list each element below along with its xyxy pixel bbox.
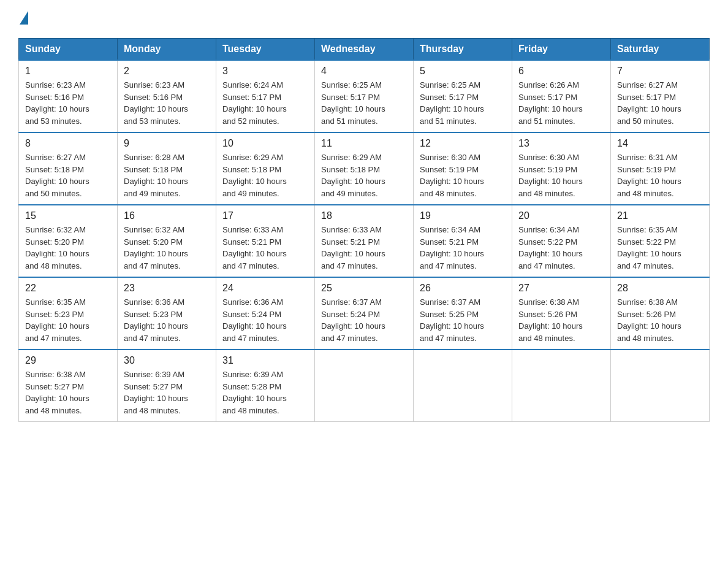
day-info: Sunrise: 6:38 AM Sunset: 5:26 PM Dayligh…	[617, 296, 703, 344]
day-info: Sunrise: 6:27 AM Sunset: 5:17 PM Dayligh…	[617, 79, 703, 127]
day-number: 8	[25, 138, 111, 149]
calendar-cell: 19 Sunrise: 6:34 AM Sunset: 5:21 PM Dayl…	[414, 205, 512, 277]
day-number: 10	[222, 138, 308, 149]
calendar-cell: 24 Sunrise: 6:36 AM Sunset: 5:24 PM Dayl…	[216, 277, 315, 350]
day-number: 28	[617, 283, 703, 294]
calendar-cell	[315, 350, 414, 422]
calendar-cell	[414, 350, 512, 422]
calendar-cell: 30 Sunrise: 6:39 AM Sunset: 5:27 PM Dayl…	[118, 350, 216, 422]
day-info: Sunrise: 6:31 AM Sunset: 5:19 PM Dayligh…	[617, 151, 703, 199]
day-number: 3	[222, 66, 308, 77]
calendar-cell: 22 Sunrise: 6:35 AM Sunset: 5:23 PM Dayl…	[19, 277, 118, 350]
day-number: 5	[420, 66, 506, 77]
logo-triangle-icon	[20, 11, 28, 25]
day-number: 17	[222, 210, 308, 221]
calendar-cell: 6 Sunrise: 6:26 AM Sunset: 5:17 PM Dayli…	[512, 60, 611, 132]
logo	[18, 12, 29, 26]
calendar-cell: 21 Sunrise: 6:35 AM Sunset: 5:22 PM Dayl…	[611, 205, 710, 277]
calendar-cell: 23 Sunrise: 6:36 AM Sunset: 5:23 PM Dayl…	[118, 277, 216, 350]
calendar-table: SundayMondayTuesdayWednesdayThursdayFrid…	[18, 38, 710, 422]
calendar-header-sunday: Sunday	[19, 39, 118, 61]
day-number: 21	[617, 210, 703, 221]
calendar-cell: 7 Sunrise: 6:27 AM Sunset: 5:17 PM Dayli…	[611, 60, 710, 132]
day-info: Sunrise: 6:25 AM Sunset: 5:17 PM Dayligh…	[420, 79, 506, 127]
day-number: 24	[222, 283, 308, 294]
day-info: Sunrise: 6:30 AM Sunset: 5:19 PM Dayligh…	[518, 151, 604, 199]
day-number: 22	[25, 283, 111, 294]
day-info: Sunrise: 6:34 AM Sunset: 5:21 PM Dayligh…	[420, 224, 506, 272]
calendar-cell: 10 Sunrise: 6:29 AM Sunset: 5:18 PM Dayl…	[216, 132, 315, 205]
calendar-cell: 28 Sunrise: 6:38 AM Sunset: 5:26 PM Dayl…	[611, 277, 710, 350]
calendar-cell: 2 Sunrise: 6:23 AM Sunset: 5:16 PM Dayli…	[118, 60, 216, 132]
calendar-cell: 8 Sunrise: 6:27 AM Sunset: 5:18 PM Dayli…	[19, 132, 118, 205]
calendar-cell: 16 Sunrise: 6:32 AM Sunset: 5:20 PM Dayl…	[118, 205, 216, 277]
day-info: Sunrise: 6:33 AM Sunset: 5:21 PM Dayligh…	[321, 224, 407, 272]
calendar-week-row: 8 Sunrise: 6:27 AM Sunset: 5:18 PM Dayli…	[19, 132, 710, 205]
day-number: 16	[124, 210, 210, 221]
calendar-week-row: 29 Sunrise: 6:38 AM Sunset: 5:27 PM Dayl…	[19, 350, 710, 422]
day-number: 25	[321, 283, 407, 294]
day-number: 20	[518, 210, 604, 221]
day-info: Sunrise: 6:32 AM Sunset: 5:20 PM Dayligh…	[25, 224, 111, 272]
day-info: Sunrise: 6:23 AM Sunset: 5:16 PM Dayligh…	[124, 79, 210, 127]
day-number: 15	[25, 210, 111, 221]
day-number: 19	[420, 210, 506, 221]
day-number: 23	[124, 283, 210, 294]
day-info: Sunrise: 6:38 AM Sunset: 5:26 PM Dayligh…	[518, 296, 604, 344]
calendar-cell: 12 Sunrise: 6:30 AM Sunset: 5:19 PM Dayl…	[414, 132, 512, 205]
calendar-cell	[512, 350, 611, 422]
day-number: 29	[25, 355, 111, 366]
day-number: 26	[420, 283, 506, 294]
day-number: 7	[617, 66, 703, 77]
day-info: Sunrise: 6:35 AM Sunset: 5:22 PM Dayligh…	[617, 224, 703, 272]
day-number: 9	[124, 138, 210, 149]
calendar-header-thursday: Thursday	[414, 39, 512, 61]
calendar-cell: 20 Sunrise: 6:34 AM Sunset: 5:22 PM Dayl…	[512, 205, 611, 277]
day-info: Sunrise: 6:30 AM Sunset: 5:19 PM Dayligh…	[420, 151, 506, 199]
day-number: 13	[518, 138, 604, 149]
day-info: Sunrise: 6:24 AM Sunset: 5:17 PM Dayligh…	[222, 79, 308, 127]
day-info: Sunrise: 6:35 AM Sunset: 5:23 PM Dayligh…	[25, 296, 111, 344]
calendar-week-row: 1 Sunrise: 6:23 AM Sunset: 5:16 PM Dayli…	[19, 60, 710, 132]
day-number: 4	[321, 66, 407, 77]
day-number: 31	[222, 355, 308, 366]
day-info: Sunrise: 6:37 AM Sunset: 5:24 PM Dayligh…	[321, 296, 407, 344]
day-info: Sunrise: 6:32 AM Sunset: 5:20 PM Dayligh…	[124, 224, 210, 272]
day-number: 27	[518, 283, 604, 294]
calendar-header-wednesday: Wednesday	[315, 39, 414, 61]
calendar-header-row: SundayMondayTuesdayWednesdayThursdayFrid…	[19, 39, 710, 61]
day-info: Sunrise: 6:29 AM Sunset: 5:18 PM Dayligh…	[321, 151, 407, 199]
calendar-cell: 1 Sunrise: 6:23 AM Sunset: 5:16 PM Dayli…	[19, 60, 118, 132]
day-info: Sunrise: 6:36 AM Sunset: 5:23 PM Dayligh…	[124, 296, 210, 344]
calendar-cell: 27 Sunrise: 6:38 AM Sunset: 5:26 PM Dayl…	[512, 277, 611, 350]
calendar-header-friday: Friday	[512, 39, 611, 61]
calendar-header-saturday: Saturday	[611, 39, 710, 61]
calendar-header-monday: Monday	[118, 39, 216, 61]
calendar-cell: 13 Sunrise: 6:30 AM Sunset: 5:19 PM Dayl…	[512, 132, 611, 205]
calendar-header-tuesday: Tuesday	[216, 39, 315, 61]
page-header	[18, 12, 710, 26]
calendar-cell: 17 Sunrise: 6:33 AM Sunset: 5:21 PM Dayl…	[216, 205, 315, 277]
calendar-cell: 11 Sunrise: 6:29 AM Sunset: 5:18 PM Dayl…	[315, 132, 414, 205]
day-info: Sunrise: 6:26 AM Sunset: 5:17 PM Dayligh…	[518, 79, 604, 127]
day-info: Sunrise: 6:37 AM Sunset: 5:25 PM Dayligh…	[420, 296, 506, 344]
calendar-cell: 31 Sunrise: 6:39 AM Sunset: 5:28 PM Dayl…	[216, 350, 315, 422]
day-info: Sunrise: 6:36 AM Sunset: 5:24 PM Dayligh…	[222, 296, 308, 344]
day-number: 18	[321, 210, 407, 221]
calendar-cell: 5 Sunrise: 6:25 AM Sunset: 5:17 PM Dayli…	[414, 60, 512, 132]
calendar-cell: 29 Sunrise: 6:38 AM Sunset: 5:27 PM Dayl…	[19, 350, 118, 422]
day-info: Sunrise: 6:39 AM Sunset: 5:27 PM Dayligh…	[124, 369, 210, 416]
day-info: Sunrise: 6:34 AM Sunset: 5:22 PM Dayligh…	[518, 224, 604, 272]
calendar-cell: 3 Sunrise: 6:24 AM Sunset: 5:17 PM Dayli…	[216, 60, 315, 132]
calendar-cell: 4 Sunrise: 6:25 AM Sunset: 5:17 PM Dayli…	[315, 60, 414, 132]
day-number: 11	[321, 138, 407, 149]
day-info: Sunrise: 6:38 AM Sunset: 5:27 PM Dayligh…	[25, 369, 111, 416]
day-info: Sunrise: 6:25 AM Sunset: 5:17 PM Dayligh…	[321, 79, 407, 127]
day-number: 14	[617, 138, 703, 149]
day-info: Sunrise: 6:28 AM Sunset: 5:18 PM Dayligh…	[124, 151, 210, 199]
day-number: 30	[124, 355, 210, 366]
calendar-cell: 26 Sunrise: 6:37 AM Sunset: 5:25 PM Dayl…	[414, 277, 512, 350]
calendar-cell: 18 Sunrise: 6:33 AM Sunset: 5:21 PM Dayl…	[315, 205, 414, 277]
day-number: 6	[518, 66, 604, 77]
calendar-cell: 25 Sunrise: 6:37 AM Sunset: 5:24 PM Dayl…	[315, 277, 414, 350]
